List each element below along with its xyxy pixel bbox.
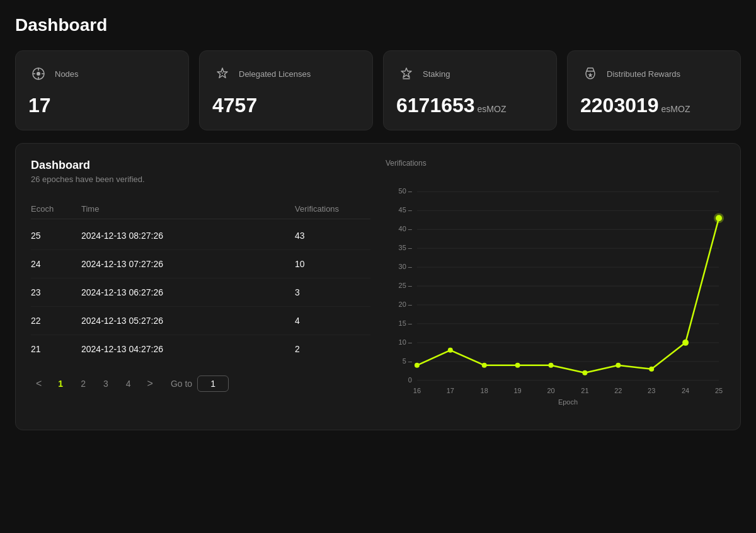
svg-point-46 [714,213,724,223]
svg-text:19: 19 [514,387,522,394]
svg-text:24: 24 [682,387,689,394]
row-verif: 2 [295,344,370,354]
table-rows: 25 2024-12-13 08:27:26 43 24 2024-12-13 … [31,222,370,363]
svg-text:20 –: 20 – [399,301,413,308]
row-time: 2024-12-13 08:27:26 [81,231,295,241]
rewards-icon [580,64,600,84]
svg-text:40 –: 40 – [399,225,413,232]
svg-text:25 –: 25 – [399,282,413,289]
row-time: 2024-12-13 06:27:26 [81,287,295,297]
svg-point-39 [515,363,520,368]
col-verif-header: Verifications [295,204,370,214]
svg-point-40 [549,363,554,368]
stat-card-staking-value: 6171653esMOZ [396,94,544,117]
next-page-button[interactable]: > [142,375,158,392]
svg-text:23: 23 [648,387,655,394]
table-row: 25 2024-12-13 08:27:26 43 [31,222,370,250]
stat-card-rewards-label: Distributed Rewards [607,69,680,79]
stat-card-licenses-header: Delegated Licenses [212,64,360,84]
svg-text:Epoch: Epoch [558,398,578,406]
license-icon [212,64,232,84]
col-time-header: Time [81,204,295,214]
svg-text:35 –: 35 – [399,244,413,251]
svg-text:45 –: 45 – [399,206,413,214]
svg-point-2 [222,72,223,74]
row-time: 2024-12-13 04:27:26 [81,344,295,354]
panel-title: Dashboard [31,159,370,172]
pagination: < 1 2 3 4 > Go to [31,375,370,392]
svg-point-43 [649,367,654,372]
row-verif: 10 [295,259,370,269]
svg-text:10 –: 10 – [399,338,413,346]
panel-subtitle: 26 epoches have been verified. [31,175,370,184]
svg-text:16: 16 [413,387,421,394]
stat-card-rewards-header: Distributed Rewards [580,64,728,84]
stat-card-nodes-value: 17 [28,94,176,117]
table-header: Ecoch Time Verifications [31,199,370,219]
row-time: 2024-12-13 07:27:26 [81,259,295,269]
stat-cards: Nodes 17 Delegated Licenses 4757 [15,50,741,130]
svg-text:17: 17 [447,387,454,394]
svg-point-1 [37,72,40,76]
col-epoch-header: Ecoch [31,204,81,214]
svg-text:50 –: 50 – [399,187,413,195]
chart-title: Verifications [386,159,725,168]
row-epoch: 22 [31,316,81,326]
page-4-button[interactable]: 4 [120,376,137,391]
svg-point-41 [582,370,587,375]
table-row: 21 2024-12-13 04:27:26 2 [31,335,370,363]
page-1-button[interactable]: 1 [52,376,69,391]
svg-point-37 [448,348,453,353]
stat-card-rewards: Distributed Rewards 2203019esMOZ [567,50,741,130]
row-verif: 43 [295,231,370,241]
page-2-button[interactable]: 2 [74,376,92,391]
svg-point-42 [616,363,621,368]
verifications-chart: 0 5 – 10 – 15 – 20 – 25 – 30 – 35 – 40 –… [386,173,725,412]
goto-input[interactable] [197,375,229,392]
row-epoch: 25 [31,231,81,241]
svg-text:0: 0 [408,376,412,384]
row-time: 2024-12-13 05:27:26 [81,316,295,326]
svg-text:30 –: 30 – [399,263,413,270]
svg-text:22: 22 [614,387,622,394]
svg-text:21: 21 [581,387,588,394]
stat-card-nodes-header: Nodes [28,64,176,84]
stat-card-staking: Staking 6171653esMOZ [383,50,557,130]
svg-text:15 –: 15 – [399,319,413,327]
svg-text:25: 25 [715,387,723,394]
row-epoch: 21 [31,344,81,354]
svg-point-38 [482,363,487,368]
row-epoch: 23 [31,287,81,297]
stat-card-nodes-label: Nodes [55,69,79,79]
table-row: 23 2024-12-13 06:27:26 3 [31,278,370,307]
svg-point-36 [415,363,420,368]
chart-panel: Verifications 0 5 – 10 – 15 – 20 – 25 – [386,159,725,415]
stat-card-staking-label: Staking [423,69,450,79]
staking-icon [396,64,416,84]
svg-text:5 –: 5 – [403,357,413,365]
page-title: Dashboard [15,15,741,35]
stat-card-licenses-value: 4757 [212,94,360,117]
table-row: 24 2024-12-13 07:27:26 10 [31,250,370,278]
prev-page-button[interactable]: < [31,375,47,392]
row-verif: 4 [295,316,370,326]
stat-card-licenses-label: Delegated Licenses [239,69,311,79]
row-epoch: 24 [31,259,81,269]
goto-label: Go to [171,379,192,389]
svg-text:18: 18 [481,387,488,394]
stat-card-rewards-value: 2203019esMOZ [580,94,728,117]
page-3-button[interactable]: 3 [97,376,115,391]
table-row: 22 2024-12-13 05:27:26 4 [31,307,370,335]
table-panel: Dashboard 26 epoches have been verified.… [31,159,370,415]
node-icon [28,64,49,84]
svg-text:20: 20 [547,387,554,394]
stat-card-nodes: Nodes 17 [15,50,189,130]
svg-point-44 [682,340,689,346]
row-verif: 3 [295,287,370,297]
stat-card-licenses: Delegated Licenses 4757 [199,50,373,130]
main-panel: Dashboard 26 epoches have been verified.… [15,143,741,430]
stat-card-staking-header: Staking [396,64,544,84]
